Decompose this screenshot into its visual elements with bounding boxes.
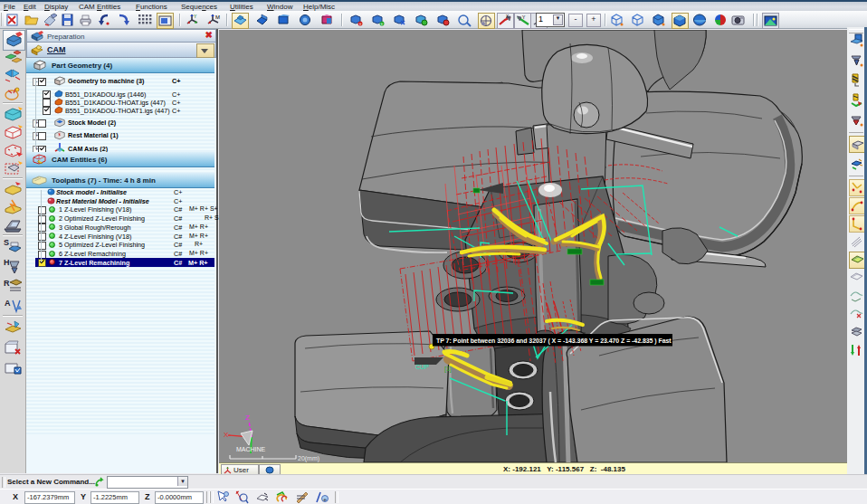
svg-text:TP 7: Point between 32036 and: TP 7: Point between 32036 and 32037 ( X … — [436, 338, 672, 345]
svg-text:MACHINE: MACHINE — [236, 446, 266, 452]
svg-text:CUP: CUP — [415, 364, 429, 370]
svg-text:20(mm): 20(mm) — [298, 455, 319, 462]
svg-text:Z: Z — [245, 414, 250, 422]
svg-text:S: S — [4, 238, 9, 247]
svg-text:A: A — [5, 299, 11, 308]
svg-text:[1]: [1] — [444, 366, 452, 373]
svg-text:H: H — [4, 258, 10, 267]
svg-text:Y: Y — [522, 14, 526, 20]
svg-text:R: R — [4, 279, 10, 288]
svg-text:+: + — [381, 22, 384, 26]
svg-text:+: + — [359, 22, 362, 26]
svg-text:X: X — [224, 431, 229, 439]
svg-text:Y: Y — [194, 14, 197, 19]
svg-text:M: M — [215, 14, 220, 20]
